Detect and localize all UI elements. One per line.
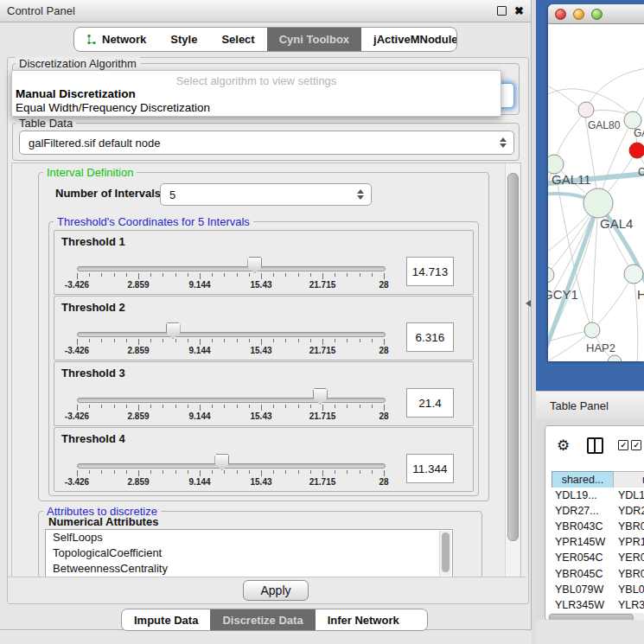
network-view-canvas[interactable]: GAL80GACGAL11GAL4GCY1HHAP2 xyxy=(548,23,644,361)
attributes-list-scrollbar[interactable] xyxy=(439,531,451,576)
cell-shared-name: YBL079W xyxy=(555,583,603,596)
slider-track[interactable] xyxy=(77,332,386,337)
GAL80-node-label: GAL80 xyxy=(588,119,621,131)
slider-tick xyxy=(310,273,311,277)
checkbox-icon-2[interactable]: ✓ xyxy=(631,440,641,450)
tick-label: 28 xyxy=(365,411,403,421)
dropdown-option-manual-discretization[interactable]: Manual Discretization xyxy=(16,87,136,100)
slider-tick xyxy=(237,273,238,277)
tab-label: Network xyxy=(102,33,146,46)
slider-tick xyxy=(200,339,201,345)
control-panel: Control Panel ✖ NetworkStyleSelectCyni T… xyxy=(0,0,532,630)
slider-tick xyxy=(175,273,176,277)
slider-tick xyxy=(384,339,385,345)
slider-tick xyxy=(261,405,262,411)
table-row[interactable]: YBR043CYBR0 xyxy=(545,519,644,534)
number-of-intervals-value: 5 xyxy=(169,188,357,201)
tick-label: 21.715 xyxy=(303,346,341,355)
table-row[interactable]: YER054CYER0 xyxy=(545,550,644,565)
tab-select[interactable]: Select xyxy=(209,28,266,51)
dropdown-option-equal-width[interactable]: Equal Width/Frequency Discretization xyxy=(16,101,210,114)
checkbox-icon-1[interactable]: ✓ xyxy=(618,440,628,450)
slider-tick xyxy=(89,405,90,408)
slider-tick xyxy=(384,273,385,279)
background-strip xyxy=(536,620,644,644)
H-node[interactable] xyxy=(624,265,643,284)
tick-label: 9.144 xyxy=(181,411,219,421)
cell-name: YBL0 xyxy=(618,583,644,596)
tick-label: 2.859 xyxy=(119,411,157,421)
slider-tick xyxy=(347,273,348,277)
minimize-traffic-light-icon[interactable] xyxy=(573,9,584,20)
column-header-1[interactable]: shared... xyxy=(552,471,614,488)
slider-tick xyxy=(77,339,78,345)
slider-tick xyxy=(212,405,213,408)
red-node[interactable] xyxy=(629,143,644,158)
slider-tick xyxy=(261,273,262,279)
network-window-titlebar[interactable] xyxy=(548,4,644,24)
tab-impute-data[interactable]: Impute Data xyxy=(122,609,210,630)
slider-track[interactable] xyxy=(77,463,386,469)
splitter-arrow-icon[interactable] xyxy=(526,300,531,307)
settings-scrollbar-thumb[interactable] xyxy=(507,173,519,541)
table-row[interactable]: YBL079WYBL0 xyxy=(545,582,644,597)
GA-node[interactable] xyxy=(624,112,641,129)
slider-tick xyxy=(212,470,213,474)
zoom-traffic-light-icon[interactable] xyxy=(591,9,603,20)
attribute-list-item[interactable]: SelfLoops xyxy=(46,530,452,545)
split-columns-icon[interactable] xyxy=(587,437,603,454)
threshold-value-field[interactable]: 21.4 xyxy=(406,388,454,418)
tab-style[interactable]: Style xyxy=(158,28,209,51)
tab-cyni-toolbox[interactable]: Cyni Toolbox xyxy=(267,28,361,51)
slider-tick xyxy=(175,339,176,342)
H-node-label: H xyxy=(637,287,644,302)
close-traffic-light-icon[interactable] xyxy=(555,9,566,20)
GAL80-node[interactable] xyxy=(578,102,594,118)
slider-tick xyxy=(322,273,323,279)
tab-discretize-data[interactable]: Discretize Data xyxy=(210,609,315,630)
table-data-combobox[interactable]: galFiltered.sif default node xyxy=(19,131,514,155)
float-window-icon[interactable] xyxy=(497,6,507,16)
panel-title: Control Panel xyxy=(7,4,75,17)
attribute-list-item[interactable]: BetweennessCentrality xyxy=(46,561,452,577)
table-panel-title: Table Panel xyxy=(550,399,609,412)
slider-tick xyxy=(150,339,151,342)
tick-label: 15.43 xyxy=(242,280,280,290)
tab-network[interactable]: Network xyxy=(74,28,158,51)
slider-tick xyxy=(114,339,115,342)
slider-track[interactable] xyxy=(77,398,386,403)
threshold-value-field[interactable]: 6.316 xyxy=(406,322,454,352)
slider-tick xyxy=(322,339,323,345)
network-graph[interactable]: GAL80GACGAL11GAL4GCY1HHAP2 xyxy=(548,23,644,361)
slider-track[interactable] xyxy=(77,266,386,271)
gear-icon[interactable]: ⚙ xyxy=(557,437,570,455)
threshold-value-field[interactable]: 11.344 xyxy=(406,454,454,483)
table-row[interactable]: YDR27...YDR2 xyxy=(545,503,644,519)
tab-infer-network[interactable]: Infer Network xyxy=(316,609,411,630)
table-row[interactable]: YPR145WYPR1 xyxy=(545,534,644,550)
numerical-attributes-list[interactable]: SelfLoopsTopologicalCoefficientBetweenne… xyxy=(45,529,453,577)
table-row[interactable]: YLR345WYLR3 xyxy=(545,597,644,613)
GAL11-node[interactable] xyxy=(548,155,564,174)
GCY1-node[interactable] xyxy=(548,267,554,283)
network-window: GAL80GACGAL11GAL4GCY1HHAP2 xyxy=(548,4,644,361)
network-edge[interactable] xyxy=(592,274,634,330)
HAP2-node[interactable] xyxy=(584,322,600,338)
attribute-list-item[interactable]: TopologicalCoefficient xyxy=(46,545,452,561)
tab-jactivemnodules[interactable]: jActiveMNodules xyxy=(361,28,457,51)
slider-tick xyxy=(200,273,201,279)
apply-button[interactable]: Apply xyxy=(243,580,309,601)
table-row[interactable]: YBR045CYBR0 xyxy=(545,566,644,582)
bottom-node[interactable] xyxy=(608,355,622,361)
close-icon[interactable]: ✖ xyxy=(514,7,524,16)
GAL4-node[interactable] xyxy=(583,188,613,218)
threshold-value-field[interactable]: 14.713 xyxy=(406,257,454,286)
tab-label: jActiveMNodules xyxy=(373,33,457,46)
column-header-2[interactable]: na xyxy=(613,471,644,488)
table-row[interactable]: YDL19...YDL1 xyxy=(545,488,644,503)
network-edge[interactable] xyxy=(584,68,644,112)
number-of-intervals-spinner[interactable]: 5 xyxy=(160,183,372,206)
tick-label: 28 xyxy=(365,346,403,355)
slider-tick xyxy=(138,405,139,411)
settings-scrollbar[interactable] xyxy=(505,163,520,577)
